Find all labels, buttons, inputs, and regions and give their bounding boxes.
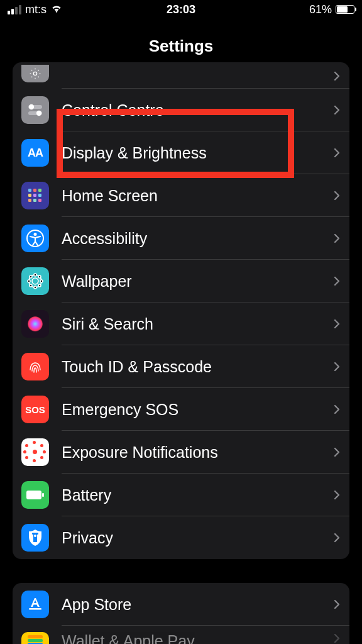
chevron-right-icon (333, 632, 341, 644)
settings-row-label: Wallet & Apple Pay (62, 632, 333, 644)
wallpaper-icon (21, 267, 49, 295)
chevron-right-icon (333, 147, 341, 159)
settings-row-privacy[interactable]: Privacy (13, 516, 349, 559)
status-bar: mt:s 23:03 61% (0, 0, 362, 19)
svg-point-22 (30, 275, 32, 278)
settings-row-label: Touch ID & Passcode (62, 358, 333, 376)
settings-group-general: General Control Centre AA Display & Brig… (13, 62, 349, 559)
status-right: 61% (309, 3, 354, 16)
svg-rect-11 (28, 199, 31, 202)
battery-icon (336, 5, 354, 14)
settings-row-accessibility[interactable]: Accessibility (13, 217, 349, 260)
chevron-right-icon (333, 104, 341, 116)
settings-row-label: Home Screen (62, 187, 333, 205)
svg-rect-7 (38, 189, 41, 192)
settings-row-siri-search[interactable]: Siri & Search (13, 303, 349, 345)
privacy-icon (21, 524, 49, 552)
settings-row-exposure-notifications[interactable]: Exposure Notifications (13, 431, 349, 474)
chevron-right-icon (333, 275, 341, 287)
settings-row-label: App Store (62, 596, 333, 614)
battery-cell-icon (21, 481, 49, 509)
status-left: mt:s (8, 3, 63, 16)
settings-row-general[interactable]: General (13, 62, 349, 89)
siri-icon (21, 310, 49, 338)
settings-group-store: App Store Wallet & Apple Pay (13, 583, 349, 644)
settings-row-wallet-apple-pay[interactable]: Wallet & Apple Pay (13, 626, 349, 644)
settings-row-emergency-sos[interactable]: SOS Emergency SOS (13, 388, 349, 431)
svg-rect-6 (33, 189, 36, 192)
settings-row-home-screen[interactable]: Home Screen (13, 174, 349, 217)
svg-point-24 (30, 284, 32, 287)
clock-label: 23:03 (167, 3, 195, 16)
chevron-right-icon (333, 489, 341, 501)
accessibility-icon (21, 225, 49, 252)
home-screen-icon (21, 182, 49, 209)
chevron-right-icon (333, 598, 341, 611)
svg-rect-31 (29, 608, 41, 610)
settings-row-control-centre[interactable]: Control Centre (13, 89, 349, 131)
control-centre-icon (21, 96, 49, 124)
aa-glyph: AA (28, 147, 43, 160)
chevron-right-icon (333, 70, 341, 82)
gear-icon (21, 65, 49, 82)
svg-rect-13 (38, 199, 41, 202)
svg-point-2 (29, 104, 34, 109)
chevron-right-icon (333, 531, 341, 544)
chevron-right-icon (333, 360, 341, 373)
svg-rect-12 (33, 199, 36, 202)
svg-point-25 (38, 284, 41, 287)
chevron-right-icon (333, 403, 341, 416)
svg-point-15 (34, 233, 37, 236)
svg-rect-5 (28, 189, 31, 192)
svg-rect-33 (28, 639, 43, 642)
display-brightness-icon: AA (21, 139, 49, 167)
settings-row-label: Privacy (62, 529, 333, 547)
touchid-icon (21, 353, 49, 380)
settings-row-label: Display & Brightness (62, 144, 333, 162)
svg-point-23 (38, 275, 41, 278)
chevron-right-icon (333, 189, 341, 202)
svg-rect-9 (33, 194, 36, 197)
svg-rect-28 (42, 493, 44, 497)
svg-rect-10 (38, 194, 41, 197)
page-title: Settings (0, 36, 362, 56)
signal-icon (8, 5, 21, 14)
carrier-label: mt:s (25, 3, 47, 16)
settings-row-label: Control Centre (62, 101, 333, 119)
settings-row-touchid-passcode[interactable]: Touch ID & Passcode (13, 345, 349, 388)
svg-point-20 (28, 280, 30, 282)
chevron-right-icon (333, 232, 341, 245)
exposure-notifications-icon (21, 438, 49, 466)
wallet-icon (21, 632, 49, 644)
wifi-icon (50, 3, 63, 16)
chevron-right-icon (333, 318, 341, 330)
svg-point-19 (34, 286, 36, 289)
settings-row-label: Exposure Notifications (62, 443, 333, 462)
settings-row-label: Siri & Search (62, 315, 333, 333)
svg-rect-32 (28, 635, 43, 638)
svg-point-21 (40, 280, 43, 282)
sos-glyph: SOS (25, 404, 45, 415)
battery-percent-label: 61% (309, 3, 332, 16)
settings-row-display-brightness[interactable]: AA Display & Brightness (13, 131, 349, 174)
settings-row-label: Battery (62, 486, 333, 504)
svg-point-0 (33, 72, 36, 75)
settings-row-label: Accessibility (62, 230, 333, 248)
svg-point-4 (36, 111, 41, 116)
app-store-icon (21, 591, 49, 618)
settings-row-battery[interactable]: Battery (13, 474, 349, 516)
settings-row-wallpaper[interactable]: Wallpaper (13, 260, 349, 303)
settings-row-app-store[interactable]: App Store (13, 583, 349, 626)
svg-rect-8 (28, 194, 31, 197)
svg-point-17 (32, 278, 38, 284)
settings-row-label: Wallpaper (62, 272, 333, 291)
chevron-right-icon (333, 446, 341, 458)
svg-point-30 (34, 535, 36, 537)
svg-point-18 (34, 274, 36, 276)
svg-rect-29 (32, 533, 38, 535)
svg-point-26 (28, 316, 43, 331)
svg-rect-27 (26, 491, 41, 499)
settings-row-label: Emergency SOS (62, 401, 333, 419)
sos-icon: SOS (21, 396, 49, 423)
